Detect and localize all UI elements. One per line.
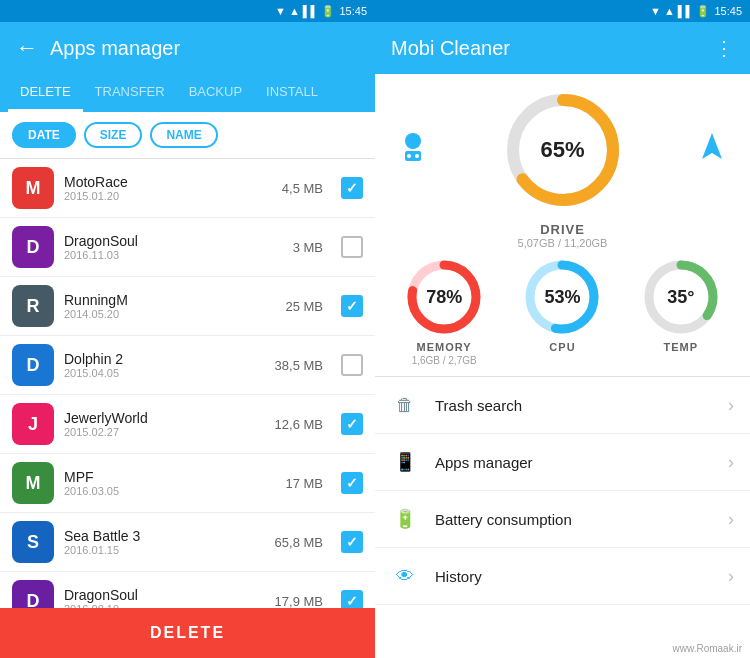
app-size: 3 MB: [293, 240, 323, 255]
app-item: DDragonSoul2016.11.033 MB: [0, 218, 375, 277]
app-list: MMotoRace2015.01.204,5 MBDDragonSoul2016…: [0, 159, 375, 608]
app-checkbox[interactable]: [341, 531, 363, 553]
back-icon[interactable]: ←: [16, 35, 38, 61]
app-checkbox[interactable]: [341, 295, 363, 317]
tabs-row: Delete Transfer Backup Install: [0, 74, 375, 112]
app-info: RunningM2014.05.20: [64, 292, 275, 320]
status-bar-left: ▼ ▲ ▌▌ 🔋 15:45: [0, 0, 375, 22]
app-item: DDragonSoul2016.08.1917,9 MB: [0, 572, 375, 608]
delete-button[interactable]: DELETE: [0, 608, 375, 658]
menu-item-apps-manager[interactable]: 📱Apps manager›: [375, 434, 750, 491]
drive-info: DRIVE 5,07GB / 11,20GB: [518, 222, 608, 249]
app-info: MotoRace2015.01.20: [64, 174, 272, 202]
time-left: 15:45: [339, 5, 367, 17]
status-icons-right: ▼ ▲ ▌▌ 🔋: [650, 5, 711, 18]
main-donut: 65%: [503, 90, 623, 210]
left-panel: ▼ ▲ ▌▌ 🔋 15:45 ← Apps manager Delete Tra…: [0, 0, 375, 658]
small-charts-row: 78% MEMORY 1,6GB / 2,7GB 53% CPU: [385, 249, 740, 366]
app-checkbox[interactable]: [341, 472, 363, 494]
left-header: ← Apps manager: [0, 22, 375, 74]
tab-backup[interactable]: Backup: [177, 74, 254, 112]
menu-item-battery-consumption[interactable]: 🔋Battery consumption›: [375, 491, 750, 548]
menu-item-chevron-icon: ›: [728, 395, 734, 416]
app-icon: M: [12, 167, 54, 209]
tab-transfer[interactable]: Transfer: [83, 74, 177, 112]
app-date: 2016.11.03: [64, 249, 283, 261]
filter-date[interactable]: DATE: [12, 122, 76, 148]
filter-size[interactable]: SIZE: [84, 122, 143, 148]
app-item: MMotoRace2015.01.204,5 MB: [0, 159, 375, 218]
drive-right-icon: [694, 129, 730, 172]
memory-chart: 78% MEMORY 1,6GB / 2,7GB: [404, 257, 484, 366]
app-size: 17 MB: [285, 476, 323, 491]
app-name: Sea Battle 3: [64, 528, 265, 544]
filter-row: DATE SIZE NAME: [0, 112, 375, 159]
app-name: DragonSoul: [64, 233, 283, 249]
right-panel: ▼ ▲ ▌▌ 🔋 15:45 Mobi Cleaner ⋮: [375, 0, 750, 658]
menu-item-trash-search[interactable]: 🗑Trash search›: [375, 377, 750, 434]
tab-install[interactable]: Install: [254, 74, 330, 112]
svg-point-0: [405, 133, 421, 149]
app-size: 25 MB: [285, 299, 323, 314]
app-icon: S: [12, 521, 54, 563]
menu-item-chevron-icon: ›: [728, 452, 734, 473]
watermark: www.Romaak.ir: [375, 639, 750, 658]
more-icon[interactable]: ⋮: [714, 36, 734, 60]
drive-left-icon: [395, 129, 431, 172]
time-right: 15:45: [714, 5, 742, 17]
memory-sub: 1,6GB / 2,7GB: [412, 355, 477, 366]
app-item: SSea Battle 32016.01.1565,8 MB: [0, 513, 375, 572]
left-title: Apps manager: [50, 37, 180, 60]
menu-item-text: History: [435, 568, 712, 585]
status-bar-right: ▼ ▲ ▌▌ 🔋 15:45: [375, 0, 750, 22]
drive-percent: 65%: [540, 137, 584, 163]
app-checkbox[interactable]: [341, 236, 363, 258]
filter-name[interactable]: NAME: [150, 122, 217, 148]
app-icon: M: [12, 462, 54, 504]
temp-label: TEMP: [664, 341, 699, 353]
drive-title: DRIVE: [518, 222, 608, 237]
app-size: 4,5 MB: [282, 181, 323, 196]
app-info: DragonSoul2016.11.03: [64, 233, 283, 261]
app-item: JJewerlyWorld2015.02.2712,6 MB: [0, 395, 375, 454]
app-item: MMPF2016.03.0517 MB: [0, 454, 375, 513]
status-icons-left: ▼ ▲ ▌▌ 🔋: [275, 5, 336, 18]
memory-donut: 78%: [404, 257, 484, 337]
app-icon: R: [12, 285, 54, 327]
app-size: 17,9 MB: [275, 594, 323, 609]
cpu-chart: 53% CPU: [522, 257, 602, 366]
app-date: 2015.04.05: [64, 367, 265, 379]
menu-item-chevron-icon: ›: [728, 566, 734, 587]
menu-item-history[interactable]: 👁History›: [375, 548, 750, 605]
app-name: MotoRace: [64, 174, 272, 190]
svg-point-3: [415, 154, 419, 158]
menu-item-text: Trash search: [435, 397, 712, 414]
app-icon: D: [12, 226, 54, 268]
app-date: 2015.01.20: [64, 190, 272, 202]
app-icon: J: [12, 403, 54, 445]
charts-area: 65% DRIVE 5,07GB / 11,20GB: [375, 74, 750, 377]
app-name: Dolphin 2: [64, 351, 265, 367]
app-checkbox[interactable]: [341, 413, 363, 435]
app-icon: D: [12, 580, 54, 608]
app-checkbox[interactable]: [341, 590, 363, 608]
temp-percent: 35°: [667, 287, 694, 308]
menu-item-text: Battery consumption: [435, 511, 712, 528]
cpu-label: CPU: [549, 341, 575, 353]
menu-item-icon: 📱: [391, 448, 419, 476]
app-checkbox[interactable]: [341, 177, 363, 199]
menu-item-text: Apps manager: [435, 454, 712, 471]
memory-percent: 78%: [426, 287, 462, 308]
menu-item-icon: 🔋: [391, 505, 419, 533]
app-size: 12,6 MB: [275, 417, 323, 432]
app-checkbox[interactable]: [341, 354, 363, 376]
app-info: JewerlyWorld2015.02.27: [64, 410, 265, 438]
menu-item-icon: 🗑: [391, 391, 419, 419]
app-date: 2016.01.15: [64, 544, 265, 556]
tab-delete[interactable]: Delete: [8, 74, 83, 112]
app-item: DDolphin 22015.04.0538,5 MB: [0, 336, 375, 395]
memory-label: MEMORY: [417, 341, 472, 353]
app-name: RunningM: [64, 292, 275, 308]
app-date: 2015.02.27: [64, 426, 265, 438]
menu-list: 🗑Trash search›📱Apps manager›🔋Battery con…: [375, 377, 750, 639]
